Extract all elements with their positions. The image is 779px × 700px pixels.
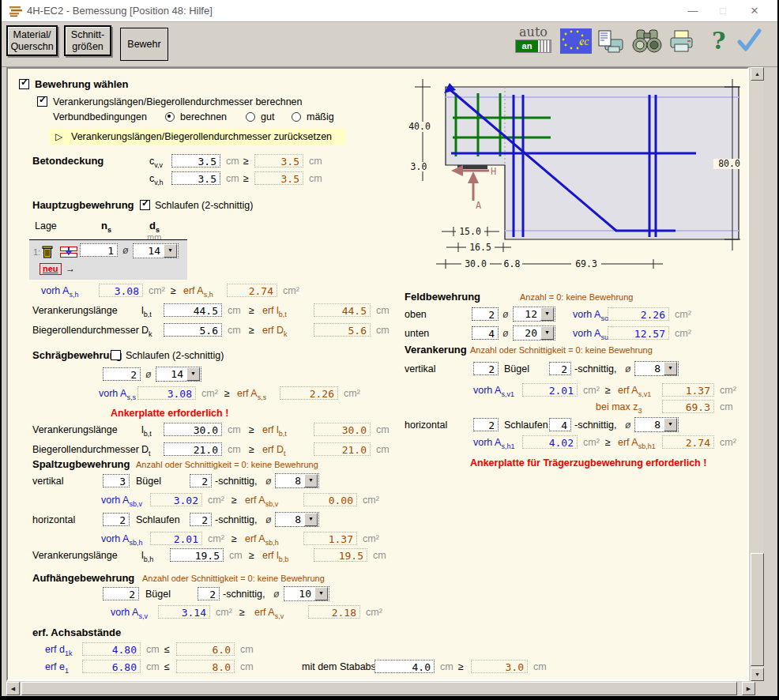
ds-dropdown[interactable]: 14 ▼ — [133, 243, 179, 258]
confirm-button[interactable] — [736, 28, 762, 56]
oben-d-dropdown[interactable]: 12 ▼ — [513, 307, 555, 322]
radio-berechnen[interactable] — [165, 112, 175, 122]
tab-schnittgroessen[interactable]: Schnitt- größen — [64, 25, 111, 56]
delete-row-icon[interactable] — [42, 245, 53, 258]
verankerung-v-vorh-row: vorh As,v1 2.01 cm² ≥ erf As,v1 1.37 cm² — [8, 383, 747, 397]
reset-button[interactable]: ▷ Verankerungslängen/Biegerollendurchmes… — [49, 129, 345, 145]
dh-input[interactable]: 4.0 — [374, 660, 435, 673]
bewehrung-waehlen-checkbox[interactable] — [19, 79, 29, 89]
verankerung-h-d-dropdown[interactable]: 8 ▼ — [634, 417, 679, 432]
verankerung-h-k-input[interactable]: 4 — [549, 418, 571, 431]
load-A-label: A — [476, 200, 482, 211]
spaltzug-h-d-dropdown[interactable]: 8 ▼ — [275, 512, 319, 527]
aufhaenge-d-dropdown[interactable]: 10 ▼ — [284, 586, 329, 601]
vertical-scroll-thumb[interactable] — [751, 553, 764, 666]
verankerung-v-k-input[interactable]: 2 — [549, 362, 571, 375]
radio-gut[interactable] — [246, 112, 255, 122]
ge-symbol: ≥ — [231, 532, 237, 546]
hauptzug-schlaufen-checkbox[interactable] — [140, 200, 150, 210]
dropdown-arrow-icon[interactable]: ▼ — [540, 307, 554, 321]
oben-n-input[interactable]: 2 — [472, 307, 499, 321]
unit-cm2: cm² — [583, 435, 600, 450]
dropdown-arrow-icon[interactable]: ▼ — [314, 587, 328, 600]
dropdown-arrow-icon[interactable]: ▼ — [664, 362, 677, 375]
scroll-down-button[interactable]: ▼ — [751, 668, 764, 681]
auto-toggle[interactable]: auto an — [515, 26, 551, 53]
tab-bewehrung[interactable]: Bewehr — [120, 28, 168, 61]
unten-n-input[interactable]: 4 — [472, 326, 499, 340]
close-button[interactable]: ✕ — [743, 3, 766, 19]
help-button[interactable]: ? — [709, 27, 728, 57]
print-button[interactable] — [668, 30, 695, 56]
erf-asbv-value: 0.00 — [303, 493, 357, 506]
scroll-right-button[interactable]: ▶ — [742, 682, 755, 695]
vorh-asv-label: vorh As,v — [111, 605, 148, 623]
spaltzug-v-n-input[interactable]: 3 — [103, 474, 130, 487]
buegel-label: Bügel — [504, 362, 529, 376]
le-symbol: ≤ — [164, 660, 170, 674]
unten-d-dropdown[interactable]: 20 ▼ — [513, 326, 555, 341]
dh-min-value: 3.0 — [471, 660, 528, 673]
minimize-button[interactable]: — — [681, 3, 705, 19]
add-row-button[interactable]: neu — [40, 263, 62, 275]
unit-cm2: cm² — [208, 532, 224, 546]
verankerungslaenge-label: Verankerungslänge — [32, 548, 118, 563]
cvh-input[interactable]: 3.5 — [171, 171, 220, 185]
dropdown-arrow-icon[interactable]: ▼ — [664, 418, 677, 431]
dropdown-arrow-icon[interactable]: ▼ — [164, 244, 177, 258]
spaltzug-v-k-input[interactable]: 2 — [190, 474, 212, 487]
vertical-scrollbar[interactable]: ▲ ▼ — [751, 67, 764, 681]
verankerung-h-n-input[interactable]: 2 — [473, 418, 499, 431]
cvv-input[interactable]: 3.5 — [171, 154, 220, 167]
verankerung-v-d-dropdown[interactable]: 8 ▼ — [634, 361, 679, 376]
vorh-asv-value: 3.14 — [158, 605, 210, 619]
spaltzug-v-d-dropdown[interactable]: 8 ▼ — [275, 473, 319, 488]
buegel-label: Bügel — [136, 474, 161, 488]
tab-material-querschnitt[interactable]: Material/ Querschn — [6, 25, 58, 56]
diameter-symbol: ø — [502, 307, 509, 322]
dropdown-arrow-icon[interactable]: ▼ — [540, 326, 554, 340]
spaltzug-vertikal-row: vertikal 3 Bügel 2 -schnittig, ø 8 ▼ — [8, 474, 747, 488]
le-symbol: ≤ — [164, 642, 170, 657]
ge-symbol: ≥ — [458, 660, 464, 674]
bei-max-z3-row: bei max z3 69.3 cm — [8, 400, 747, 414]
verankerung-berechnen-checkbox[interactable] — [37, 96, 47, 107]
scroll-up-button[interactable]: ▲ — [751, 67, 764, 81]
play-icon: ▷ — [55, 130, 62, 144]
scroll-left-button[interactable]: ◀ — [6, 682, 20, 695]
dropdown-arrow-icon[interactable]: ▼ — [304, 474, 318, 487]
radio-berechnen-label: berechnen — [180, 110, 227, 124]
tab-label: Schnitt- — [71, 29, 104, 41]
horizontal-scrollbar[interactable]: ◀ ▶ — [6, 682, 755, 695]
print-document-button[interactable] — [597, 30, 624, 57]
auto-state-switch[interactable]: an — [515, 40, 551, 53]
unit-cm: cm — [240, 642, 254, 657]
lbh-input[interactable]: 19.5 — [170, 548, 224, 562]
search-binoculars-button[interactable] — [630, 28, 664, 57]
spaltzug-h-vorh-row: vorh Asb,h 2.01 cm² ≥ erf Asb,h 1.37 cm² — [8, 532, 747, 546]
eurocode-button[interactable]: ec — [560, 28, 592, 57]
tab-label: Material/ — [13, 29, 51, 41]
verankerung-berechnen-label: Verankerungslängen/Biegerollendurchmesse… — [53, 95, 303, 109]
ge-symbol: ≥ — [243, 171, 249, 186]
verankerung-v-n-input[interactable]: 2 — [473, 362, 499, 375]
aufhaenge-k-input[interactable]: 2 — [198, 587, 220, 600]
dim-3: 3.0 — [411, 161, 427, 172]
maximize-button[interactable]: □ — [711, 3, 735, 19]
diameter-symbol: ø — [625, 418, 631, 432]
diameter-symbol: ø — [502, 326, 509, 341]
dropdown-arrow-icon[interactable]: ▼ — [304, 513, 318, 526]
spaltzug-h-k-input[interactable]: 2 — [190, 513, 212, 526]
unit-cm: cm — [226, 154, 239, 168]
insert-row-icon[interactable] — [60, 247, 77, 258]
aufhaenge-header: Aufhängebewehrung Anzahl oder Schnittigk… — [8, 571, 747, 585]
dim-15: 15.0 — [459, 226, 481, 237]
vorh-asu-value: 12.57 — [608, 326, 669, 340]
ns-input[interactable]: 1 — [80, 243, 118, 257]
spaltzug-h-n-input[interactable]: 2 — [103, 513, 130, 526]
radio-maessig[interactable] — [292, 112, 301, 122]
aufhaenge-n-input[interactable]: 2 — [103, 587, 139, 600]
dim-80: 80.0 — [718, 158, 740, 169]
erf-asbh-label: erf Asb,h — [245, 532, 279, 550]
horizontal-scroll-thumb[interactable] — [21, 682, 737, 695]
